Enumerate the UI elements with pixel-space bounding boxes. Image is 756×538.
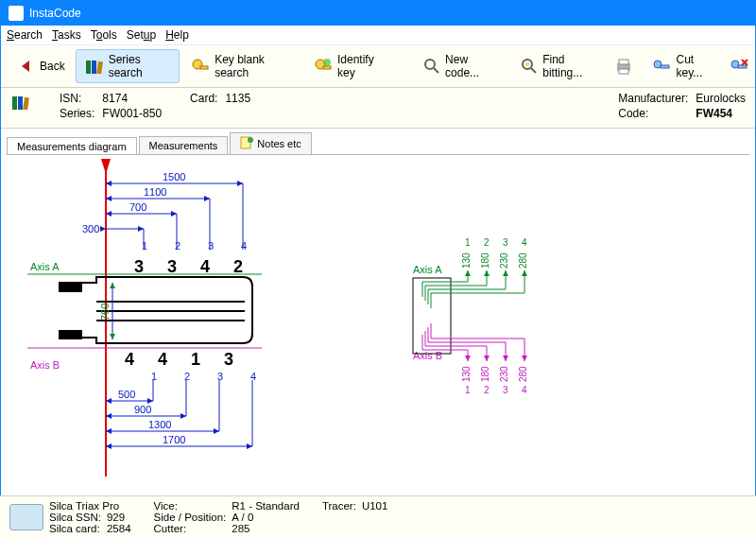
svg-text:700: 700 [129, 201, 146, 213]
svg-point-7 [323, 59, 331, 66]
menu-setup[interactable]: Setup [127, 28, 156, 42]
svg-text:3: 3 [134, 257, 144, 276]
svg-text:500: 500 [118, 389, 135, 400]
isn-label: ISN: [60, 92, 94, 105]
key-search-icon [190, 56, 211, 77]
isn-value: 8174 [102, 92, 162, 105]
ssn-value: 929 [107, 512, 131, 523]
svg-marker-111 [503, 270, 508, 276]
tracer-label: Tracer: [322, 500, 356, 534]
tab-measurements[interactable]: Measurements [139, 136, 229, 154]
side-value: A / 0 [232, 512, 300, 523]
info-strip: ISN: 8174 Series: FW001-850 Card: 1135 M… [1, 88, 755, 129]
books-small-icon [10, 92, 31, 113]
svg-rect-23 [18, 96, 23, 110]
svg-text:1700: 1700 [163, 434, 185, 445]
svg-marker-109 [465, 270, 471, 276]
note-icon [240, 136, 253, 151]
menu-tools[interactable]: Tools [91, 28, 117, 42]
svg-marker-66 [110, 334, 115, 339]
menu-help[interactable]: Help [165, 28, 189, 42]
svg-text:4: 4 [200, 257, 210, 276]
identify-key-label: Identify key [337, 53, 389, 79]
svg-marker-115 [503, 356, 508, 361]
svg-text:Axis A: Axis A [30, 261, 60, 272]
svg-text:3: 3 [503, 237, 508, 248]
tab-notes[interactable]: Notes etc [230, 132, 311, 154]
svg-text:3: 3 [503, 385, 508, 395]
svg-text:280: 280 [518, 366, 528, 382]
key-blank-search-label: Key blank search [215, 53, 294, 79]
cutter-value: 285 [232, 523, 300, 534]
series-search-button[interactable]: Series search [76, 49, 180, 83]
svg-marker-34 [204, 196, 210, 201]
cutter-label: Cutter: [154, 523, 227, 534]
find-bitting-label: Find bitting... [542, 53, 603, 79]
svg-rect-0 [86, 61, 91, 74]
magnifier-key-icon [520, 56, 539, 77]
svg-marker-30 [237, 181, 243, 186]
svg-text:4: 4 [158, 350, 167, 369]
cut-key-icon [651, 56, 672, 77]
tab-measurements-diagram[interactable]: Measurements diagram [7, 137, 137, 155]
svg-text:Axis A: Axis A [413, 264, 442, 275]
svg-text:1300: 1300 [148, 419, 171, 430]
cut-key-cancel-icon[interactable] [729, 56, 749, 77]
ssn-label: Silca SSN: [49, 512, 101, 523]
svg-text:1: 1 [465, 237, 471, 248]
card-value: 1135 [225, 92, 250, 120]
tracer-value: U101 [362, 500, 388, 534]
svg-text:4: 4 [522, 385, 527, 395]
manufacturer-label: Manufacturer: [618, 92, 688, 105]
svg-text:2: 2 [233, 257, 243, 276]
svg-marker-65 [110, 283, 115, 288]
svg-text:130: 130 [461, 252, 472, 269]
cut-key-label: Cut key... [676, 53, 718, 79]
magnifier-icon [422, 56, 441, 77]
back-label: Back [40, 60, 65, 73]
svg-marker-110 [484, 270, 490, 276]
identify-key-button[interactable]: Identify key [304, 49, 398, 83]
key-diagram: 1500 1100 700 300 1 2 3 4 Axis A 3 3 4 2… [7, 155, 749, 494]
code-value: FW454 [696, 107, 746, 120]
key-blank-search-button[interactable]: Key blank search [181, 49, 302, 83]
books-icon [84, 56, 105, 77]
svg-point-8 [425, 60, 435, 69]
svg-text:180: 180 [480, 252, 490, 269]
series-label: Series: [60, 107, 94, 120]
printer-icon[interactable] [613, 56, 634, 77]
svg-rect-6 [323, 66, 331, 69]
cut-key-button[interactable]: Cut key... [643, 49, 727, 83]
back-arrow-icon [15, 56, 36, 77]
svg-text:Axis B: Axis B [30, 359, 60, 371]
find-bitting-button[interactable]: Find bitting... [511, 49, 611, 83]
svg-text:4: 4 [125, 350, 134, 369]
svg-text:4: 4 [241, 240, 247, 252]
tab-bar: Measurements diagram Measurements Notes … [1, 129, 755, 154]
menu-search[interactable]: Search [7, 28, 43, 42]
footer-strip: Silca Triax Pro Silca SSN:929 Silca card… [0, 495, 756, 538]
svg-rect-15 [619, 69, 628, 74]
vice-value: R1 - Standard [232, 500, 300, 512]
new-code-label: New code... [445, 53, 501, 79]
svg-text:1: 1 [465, 385, 471, 395]
svg-text:2: 2 [175, 240, 180, 252]
svg-text:4: 4 [250, 371, 256, 382]
menu-tasks[interactable]: Tasks [52, 28, 81, 42]
svg-text:2: 2 [184, 371, 190, 382]
svg-rect-2 [96, 61, 103, 75]
card-label: Card: [190, 92, 217, 120]
svg-text:4: 4 [522, 237, 527, 248]
svg-text:1: 1 [142, 240, 147, 252]
svg-text:Axis B: Axis B [413, 350, 442, 361]
svg-rect-62 [59, 283, 82, 292]
new-code-button[interactable]: New code... [414, 49, 509, 83]
title-bar: InstaCode [1, 1, 755, 26]
svg-rect-17 [661, 65, 669, 68]
machine-name: Silca Triax Pro [49, 500, 131, 512]
svg-rect-14 [619, 60, 628, 64]
series-value: FW001-850 [102, 107, 162, 120]
svg-point-26 [248, 137, 253, 143]
back-button[interactable]: Back [7, 52, 74, 80]
svg-text:280: 280 [518, 252, 528, 269]
